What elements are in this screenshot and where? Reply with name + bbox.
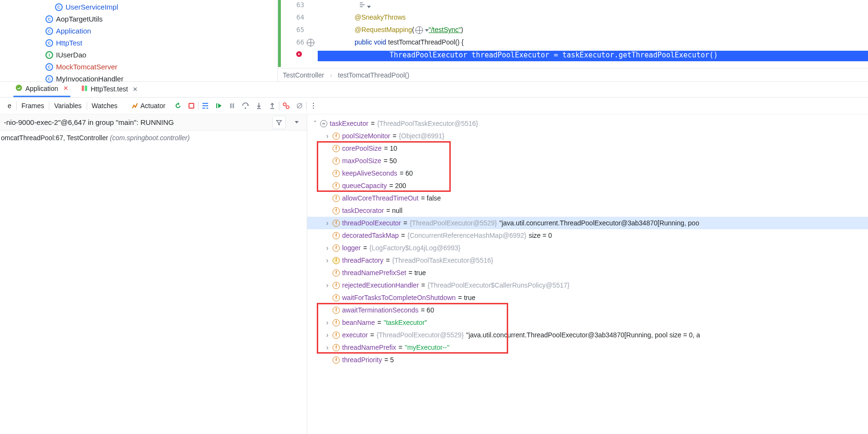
rerun-icon[interactable]	[171, 99, 185, 112]
variable-row[interactable]: ›f threadNamePrefix = "myExecutor--"	[307, 341, 868, 354]
chevron-right-icon[interactable]: ›	[324, 281, 330, 289]
step-into-icon[interactable]	[252, 99, 266, 112]
field-icon: f	[333, 145, 340, 152]
more-icon[interactable]	[307, 99, 320, 112]
variable-row[interactable]: f decoratedTaskMap = {ConcurrentReferenc…	[307, 229, 868, 242]
variable-name: threadNamePrefixSet	[342, 269, 406, 277]
variable-row[interactable]: ›f logger = {LogFactory$Log4jLog@6993}	[307, 242, 868, 254]
project-tree[interactable]: CUserServiceImplCAopTargetUtilsCApplicat…	[0, 0, 278, 81]
pause-icon[interactable]	[225, 99, 239, 112]
tree-item[interactable]: IIUserDao	[45, 49, 278, 61]
variable-row[interactable]: ›f executor = {ThreadPoolExecutor@5529} …	[307, 329, 868, 341]
variable-row[interactable]: ›f rejectedExecutionHandler = {ThreadPoo…	[307, 279, 868, 291]
debug-tabs: Application ✕ HttpTest.test ✕	[0, 81, 868, 98]
variable-row[interactable]: f queueCapacity = 200	[307, 179, 868, 192]
code-editor[interactable]: 63 64 65 66 @SneakyThrows @RequestMappin…	[278, 0, 868, 81]
line-number: 63	[296, 1, 304, 9]
variables-panel[interactable]: ˅∞ taskExecutor = {ThreadPoolTaskExecuto…	[307, 114, 868, 434]
variable-row[interactable]: f maxPoolSize = 50	[307, 155, 868, 167]
field-icon: f	[333, 294, 340, 301]
variable-type: {ThreadPoolTaskExecutor@5516}	[392, 256, 493, 264]
chevron-right-icon[interactable]: ›	[324, 219, 330, 227]
actuator-button[interactable]: Actuator	[131, 99, 166, 112]
console-tab[interactable]: e	[3, 102, 16, 110]
tree-item[interactable]: CUserServiceImpl	[45, 1, 278, 13]
variable-row[interactable]: f threadNamePrefixSet = true	[307, 267, 868, 279]
tree-item-label: UserServiceImpl	[66, 3, 118, 11]
variable-row[interactable]: f awaitTerminationSeconds = 60	[307, 304, 868, 316]
mute-breakpoints-icon[interactable]	[293, 99, 306, 112]
variable-type: {ThreadPoolExecutor@5529}	[410, 219, 497, 227]
view-breakpoints-icon[interactable]	[279, 99, 293, 112]
tree-item-label: AopTargetUtils	[56, 15, 103, 23]
class-icon: C	[45, 15, 53, 23]
stack-frame[interactable]: omcatThreadPool:67, TestController (com.…	[0, 131, 307, 145]
variable-string: "myExecutor--"	[405, 344, 449, 351]
chevron-right-icon[interactable]: ›	[324, 256, 330, 264]
tree-item[interactable]: CMockTomcatServer	[45, 61, 278, 73]
field-icon: f	[333, 245, 340, 252]
variable-name: threadPriority	[342, 356, 382, 364]
field-icon: f	[333, 220, 340, 227]
variable-row[interactable]: ˅∞ taskExecutor = {ThreadPoolTaskExecuto…	[307, 117, 868, 130]
tab-httptest[interactable]: HttpTest.test ✕	[79, 81, 140, 97]
variable-name: rejectedExecutionHandler	[342, 281, 419, 289]
breakpoint-icon[interactable]	[296, 51, 302, 59]
usages-icon[interactable]	[358, 1, 371, 10]
stop-icon[interactable]	[185, 99, 198, 112]
show-execution-icon[interactable]	[199, 99, 212, 112]
variable-row[interactable]: f taskDecorator = null	[307, 204, 868, 217]
resume-icon[interactable]	[212, 99, 225, 112]
field-icon: f	[333, 195, 340, 202]
variable-row[interactable]: ›f beanName = "taskExecutor"	[307, 316, 868, 329]
watches-tab[interactable]: Watches	[87, 102, 122, 110]
chevron-right-icon[interactable]: ›	[324, 132, 330, 140]
chevron-right-icon[interactable]: ›	[324, 331, 330, 339]
variable-value: = 5	[384, 356, 394, 364]
chevron-right-icon[interactable]: ›	[324, 319, 330, 326]
variable-row[interactable]: f waitForTasksToCompleteOnShutdown = tru…	[307, 291, 868, 304]
variable-row[interactable]: ›f threadPoolExecutor = {ThreadPoolExecu…	[307, 217, 868, 229]
chevron-down-icon[interactable]	[289, 116, 303, 129]
variable-row[interactable]: f corePoolSize = 10	[307, 142, 868, 155]
variable-row[interactable]: f allowCoreThreadTimeOut = false	[307, 192, 868, 204]
variable-value: =	[386, 256, 389, 264]
svg-rect-2	[81, 86, 84, 91]
variable-extra: size = 0	[529, 232, 552, 239]
filter-icon[interactable]	[272, 116, 286, 129]
chevron-right-icon[interactable]: ›	[324, 344, 330, 351]
chevron-down-icon[interactable]: ˅	[312, 120, 318, 127]
variable-row[interactable]: f threadPriority = 5	[307, 354, 868, 366]
execution-line[interactable]: ThreadPoolExecutor threadPoolExecutor = …	[318, 51, 868, 61]
variable-name: threadFactory	[342, 256, 383, 264]
variable-row[interactable]: f keepAliveSeconds = 60	[307, 167, 868, 179]
tree-item[interactable]: CAopTargetUtils	[45, 13, 278, 25]
variable-name: maxPoolSize	[342, 157, 381, 165]
step-over-icon[interactable]	[239, 99, 252, 112]
breadcrumb-item[interactable]: testTomcatThreadPool()	[338, 71, 409, 79]
globe-icon[interactable]	[306, 38, 315, 46]
close-icon[interactable]: ✕	[63, 85, 68, 92]
breadcrumb-item[interactable]: TestController	[283, 71, 324, 79]
field-icon: f	[333, 319, 340, 326]
chevron-right-icon[interactable]: ›	[324, 244, 330, 252]
variables-tab[interactable]: Variables	[49, 102, 86, 110]
tab-label: Application	[25, 85, 58, 92]
line-number: 64	[296, 13, 304, 21]
thread-selector[interactable]: -nio-9000-exec-2"@6,647 in group "main":…	[0, 114, 307, 131]
variable-value: = 10	[384, 145, 398, 152]
step-out-icon[interactable]	[266, 99, 279, 112]
field-icon: ∞	[320, 120, 327, 127]
variable-value: = 50	[384, 157, 397, 165]
breadcrumb[interactable]: TestController › testTomcatThreadPool()	[278, 68, 868, 81]
variable-row[interactable]: ›f threadFactory = {ThreadPoolTaskExecut…	[307, 254, 868, 267]
frames-tab[interactable]: Frames	[17, 102, 49, 110]
tab-application[interactable]: Application ✕	[13, 81, 70, 97]
field-icon: f	[333, 282, 340, 289]
close-icon[interactable]: ✕	[133, 86, 138, 93]
tree-item[interactable]: CHttpTest	[45, 37, 278, 49]
variable-row[interactable]: ›f poolSizeMonitor = {Object@6991}	[307, 130, 868, 142]
variable-name: allowCoreThreadTimeOut	[342, 194, 419, 202]
field-icon: f	[333, 344, 340, 351]
tree-item[interactable]: CApplication	[45, 25, 278, 37]
